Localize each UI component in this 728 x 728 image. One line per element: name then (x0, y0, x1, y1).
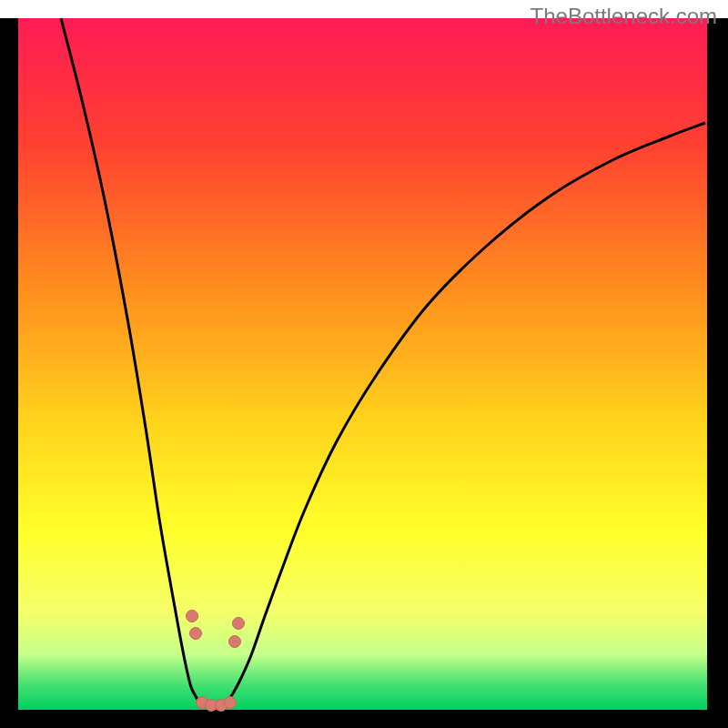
data-marker (190, 628, 202, 640)
plot-area (18, 18, 707, 710)
watermark-text: TheBottleneck.com (531, 4, 717, 29)
data-marker (233, 618, 245, 630)
data-marker (229, 636, 241, 648)
bottleneck-chart (0, 0, 728, 728)
data-marker (187, 611, 198, 622)
data-marker (225, 697, 237, 709)
